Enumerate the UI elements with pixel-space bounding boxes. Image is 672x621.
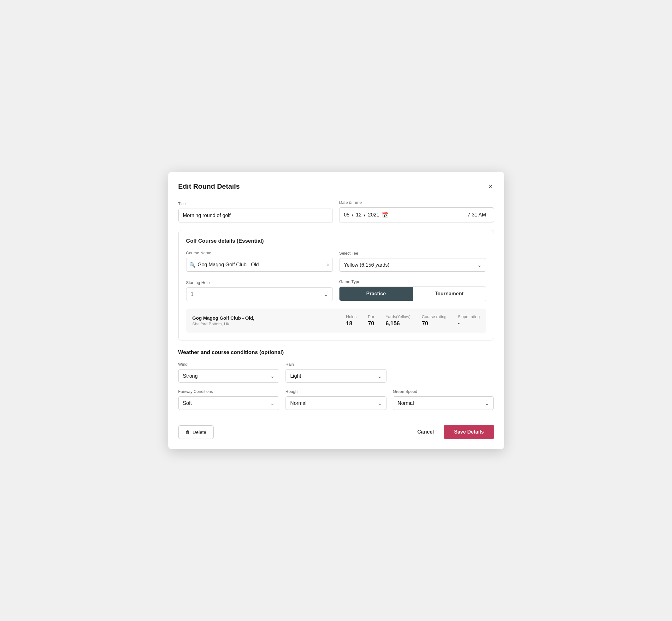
game-type-label: Game Type <box>339 279 486 284</box>
fairway-rough-green-row: Fairway Conditions Soft ⌄ Rough Normal ⌄ <box>178 389 494 410</box>
practice-button[interactable]: Practice <box>339 287 413 301</box>
date-sep2: / <box>364 212 365 218</box>
wind-label: Wind <box>178 362 279 367</box>
starting-hole-group: Starting Hole 1 ⌄ <box>186 280 333 301</box>
title-datetime-row: Title Date & Time 05 / 12 / 2021 📅 7:31 … <box>178 200 494 222</box>
edit-round-modal: Edit Round Details × Title Date & Time 0… <box>168 172 504 449</box>
clear-course-icon[interactable]: × <box>326 261 330 268</box>
title-group: Title <box>178 201 333 222</box>
course-full-name: Gog Magog Golf Club - Old, <box>193 315 346 321</box>
save-button[interactable]: Save Details <box>444 425 494 439</box>
game-type-toggle: Practice Tournament <box>339 287 486 301</box>
course-stats: Holes 18 Par 70 Yards(Yellow) 6,156 Cour… <box>346 314 480 327</box>
time-value: 7:31 AM <box>468 212 486 218</box>
course-name-group: Course Name 🔍 × <box>186 251 333 272</box>
yards-stat: Yards(Yellow) 6,156 <box>385 314 411 327</box>
delete-label: Delete <box>193 429 206 435</box>
datetime-label: Date & Time <box>339 200 494 205</box>
select-tee-dropdown[interactable]: Yellow (6,156 yards) <box>339 258 486 272</box>
green-speed-label: Green Speed <box>393 389 494 394</box>
rain-label: Rain <box>286 362 386 367</box>
rain-wrap: Light ⌄ <box>286 369 386 383</box>
course-name-input[interactable] <box>186 258 333 272</box>
title-input[interactable] <box>178 209 333 222</box>
par-value: 70 <box>368 320 374 327</box>
green-speed-group: Green Speed Normal ⌄ <box>393 389 494 410</box>
course-rating-label: Course rating <box>422 314 447 319</box>
course-location: Shelford Bottom, UK <box>193 322 346 326</box>
yards-value: 6,156 <box>385 320 400 327</box>
par-stat: Par 70 <box>368 314 374 327</box>
conditions-section: Weather and course conditions (optional)… <box>178 349 494 410</box>
golf-course-section: Golf Course details (Essential) Course N… <box>178 230 494 340</box>
datetime-group: Date & Time 05 / 12 / 2021 📅 7:31 AM <box>339 200 494 222</box>
wind-rain-row: Wind Strong ⌄ Rain Light ⌄ <box>178 362 494 383</box>
trash-icon: 🗑 <box>185 429 190 435</box>
wind-dropdown[interactable]: Strong <box>178 369 279 383</box>
date-day: 12 <box>356 212 362 218</box>
footer-right-actions: Cancel Save Details <box>415 425 494 439</box>
hole-gametype-row: Starting Hole 1 ⌄ Game Type Practice Tou… <box>186 279 486 301</box>
date-month: 05 <box>344 212 349 218</box>
starting-hole-wrap: 1 ⌄ <box>186 287 333 301</box>
title-label: Title <box>178 201 333 206</box>
select-tee-wrap: Yellow (6,156 yards) ⌄ <box>339 258 486 272</box>
starting-hole-label: Starting Hole <box>186 280 333 285</box>
conditions-title: Weather and course conditions (optional) <box>178 349 494 356</box>
yards-label: Yards(Yellow) <box>385 314 411 319</box>
rain-dropdown[interactable]: Light <box>286 369 386 383</box>
slope-rating-stat: Slope rating - <box>458 314 479 327</box>
modal-header: Edit Round Details × <box>178 182 494 191</box>
course-tee-row: Course Name 🔍 × Select Tee Yellow (6,156… <box>186 251 486 272</box>
wind-group: Wind Strong ⌄ <box>178 362 279 383</box>
rain-group: Rain Light ⌄ <box>286 362 386 383</box>
rough-wrap: Normal ⌄ <box>286 396 386 410</box>
date-time-field: 05 / 12 / 2021 📅 7:31 AM <box>339 207 494 222</box>
search-icon: 🔍 <box>189 262 196 268</box>
cancel-button[interactable]: Cancel <box>415 425 436 439</box>
select-tee-group: Select Tee Yellow (6,156 yards) ⌄ <box>339 251 486 272</box>
modal-title: Edit Round Details <box>178 182 240 191</box>
slope-rating-value: - <box>458 320 460 327</box>
tournament-button[interactable]: Tournament <box>413 287 486 301</box>
holes-stat: Holes 18 <box>346 314 356 327</box>
par-label: Par <box>368 314 374 319</box>
calendar-icon: 📅 <box>382 211 389 218</box>
wind-wrap: Strong ⌄ <box>178 369 279 383</box>
holes-value: 18 <box>346 320 352 327</box>
course-rating-stat: Course rating 70 <box>422 314 447 327</box>
rough-group: Rough Normal ⌄ <box>286 389 386 410</box>
starting-hole-dropdown[interactable]: 1 <box>186 287 333 301</box>
date-year: 2021 <box>368 212 380 218</box>
rough-label: Rough <box>286 389 386 394</box>
date-sep1: / <box>352 212 353 218</box>
time-field[interactable]: 7:31 AM <box>460 208 494 222</box>
date-field[interactable]: 05 / 12 / 2021 📅 <box>339 208 460 222</box>
close-button[interactable]: × <box>488 182 494 191</box>
holes-label: Holes <box>346 314 356 319</box>
course-name-location: Gog Magog Golf Club - Old, Shelford Bott… <box>193 315 346 326</box>
green-speed-wrap: Normal ⌄ <box>393 396 494 410</box>
delete-button[interactable]: 🗑 Delete <box>178 425 214 439</box>
slope-rating-label: Slope rating <box>458 314 479 319</box>
green-speed-dropdown[interactable]: Normal <box>393 396 494 410</box>
fairway-group: Fairway Conditions Soft ⌄ <box>178 389 279 410</box>
select-tee-label: Select Tee <box>339 251 486 256</box>
golf-section-title: Golf Course details (Essential) <box>186 238 486 244</box>
modal-footer: 🗑 Delete Cancel Save Details <box>178 419 494 439</box>
rough-dropdown[interactable]: Normal <box>286 396 386 410</box>
fairway-label: Fairway Conditions <box>178 389 279 394</box>
game-type-group: Game Type Practice Tournament <box>339 279 486 301</box>
course-rating-value: 70 <box>422 320 428 327</box>
course-name-label: Course Name <box>186 251 333 255</box>
fairway-wrap: Soft ⌄ <box>178 396 279 410</box>
course-info-box: Gog Magog Golf Club - Old, Shelford Bott… <box>186 308 486 333</box>
fairway-dropdown[interactable]: Soft <box>178 396 279 410</box>
course-name-input-wrap: 🔍 × <box>186 258 333 272</box>
